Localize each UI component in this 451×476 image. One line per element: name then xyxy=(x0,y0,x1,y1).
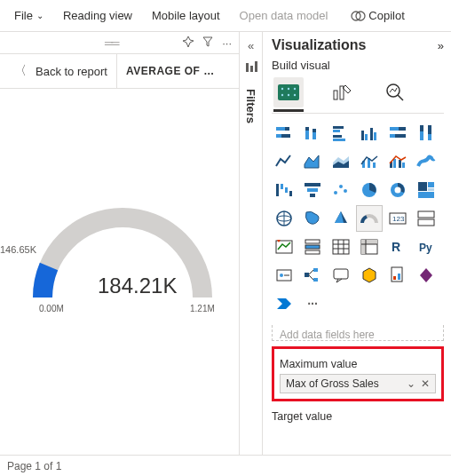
svg-line-93 xyxy=(309,270,313,274)
viz-power-apps[interactable] xyxy=(414,263,439,288)
viz-treemap[interactable] xyxy=(414,178,439,202)
expand-left-icon[interactable]: « xyxy=(248,39,254,52)
svg-text:Py: Py xyxy=(419,242,432,254)
well-label-maximum: Maximum value xyxy=(280,358,436,370)
svg-line-15 xyxy=(398,95,403,100)
svg-point-6 xyxy=(281,88,283,90)
svg-rect-35 xyxy=(395,134,406,138)
chevron-down-icon: ⌄ xyxy=(36,11,44,20)
menu-copilot[interactable]: Copilot xyxy=(342,4,413,28)
viz-python-visual[interactable]: Py xyxy=(414,234,439,259)
chip-max-of-gross-sales[interactable]: Max of Gross Sales ⌄ ✕ xyxy=(280,374,436,393)
svg-rect-4 xyxy=(255,61,257,72)
viz-line[interactable] xyxy=(272,149,297,174)
viz-slicer[interactable] xyxy=(300,234,325,259)
viz-clustered-bar[interactable] xyxy=(328,121,353,146)
svg-rect-29 xyxy=(365,134,368,140)
viz-100-stacked-bar[interactable] xyxy=(385,121,410,146)
viz-azure-map[interactable] xyxy=(328,206,353,231)
svg-point-88 xyxy=(280,274,283,277)
chevron-down-icon[interactable]: ⌄ xyxy=(407,377,415,390)
viz-gauge[interactable] xyxy=(357,206,382,231)
drag-handle-icon[interactable]: ══ xyxy=(105,36,117,50)
tab-build-visual[interactable] xyxy=(273,77,304,107)
viz-stacked-area[interactable] xyxy=(328,149,353,174)
viz-clustered-column[interactable] xyxy=(357,121,382,146)
svg-point-9 xyxy=(281,94,283,96)
svg-rect-61 xyxy=(428,182,434,187)
viz-more-visuals[interactable]: ··· xyxy=(300,291,325,316)
menu-copilot-label: Copilot xyxy=(368,9,404,22)
viz-card[interactable]: 123 xyxy=(385,206,410,231)
gauge-scale-high: 1.21M xyxy=(190,304,215,313)
viz-stacked-column[interactable] xyxy=(300,121,325,146)
viz-100-stacked-column[interactable] xyxy=(414,121,439,146)
report-header: 〈 Back to report AVERAGE OF … xyxy=(0,53,239,89)
filters-rail[interactable]: « Filters xyxy=(240,32,263,455)
back-to-report-button[interactable]: 〈 Back to report xyxy=(0,54,116,88)
svg-point-14 xyxy=(387,84,400,97)
expand-right-icon[interactable]: » xyxy=(438,39,444,52)
svg-rect-92 xyxy=(313,278,318,282)
chevron-left-icon: 〈 xyxy=(14,63,27,79)
viz-map[interactable] xyxy=(272,206,297,231)
svg-rect-26 xyxy=(333,135,342,138)
viz-area[interactable] xyxy=(300,149,325,174)
menu-reading-view[interactable]: Reading view xyxy=(54,4,141,28)
filter-icon[interactable] xyxy=(202,36,213,50)
gauge-visual[interactable]: 146.65K 184.21K 0.00M 1.21M xyxy=(0,89,239,320)
filters-icon[interactable] xyxy=(245,61,257,76)
viz-smart-narrative[interactable] xyxy=(357,263,382,288)
viz-matrix[interactable] xyxy=(357,234,382,259)
viz-qa[interactable] xyxy=(328,263,353,288)
visualizations-title: Visualizations xyxy=(272,37,366,53)
tab-format-visual[interactable] xyxy=(327,77,357,107)
more-options-icon[interactable]: ··· xyxy=(222,36,232,50)
svg-point-11 xyxy=(294,94,296,96)
svg-rect-31 xyxy=(374,132,376,140)
svg-rect-72 xyxy=(305,240,320,243)
svg-point-8 xyxy=(294,88,296,90)
viz-line-stacked-column[interactable] xyxy=(357,149,382,174)
viz-key-influencers[interactable] xyxy=(272,263,297,288)
viz-kpi[interactable] xyxy=(272,234,297,259)
viz-decomposition-tree[interactable] xyxy=(300,263,325,288)
viz-table[interactable] xyxy=(328,234,353,259)
tab-analytics[interactable] xyxy=(380,77,410,107)
svg-rect-44 xyxy=(393,159,396,168)
menu-file[interactable]: File ⌄ xyxy=(5,4,52,28)
viz-pie[interactable] xyxy=(357,178,382,202)
svg-rect-28 xyxy=(361,131,364,140)
viz-donut[interactable] xyxy=(385,178,410,202)
viz-multi-row-card[interactable] xyxy=(414,206,439,231)
svg-text:R: R xyxy=(392,240,400,254)
svg-rect-33 xyxy=(399,127,406,131)
field-well-placeholder[interactable]: Add data fields here xyxy=(272,325,444,341)
chip-label: Max of Gross Sales xyxy=(286,377,379,390)
svg-rect-25 xyxy=(333,130,340,132)
build-visual-label: Build visual xyxy=(272,59,444,72)
viz-filled-map[interactable] xyxy=(300,206,325,231)
viz-paginated-report[interactable] xyxy=(385,263,410,288)
viz-scatter[interactable] xyxy=(328,178,353,202)
viz-funnel[interactable] xyxy=(300,178,325,202)
viz-waterfall[interactable] xyxy=(272,178,297,202)
svg-text:123: 123 xyxy=(392,215,405,223)
svg-rect-97 xyxy=(393,276,396,280)
viz-ribbon[interactable] xyxy=(414,149,439,174)
svg-rect-17 xyxy=(285,127,289,131)
viz-line-clustered-column[interactable] xyxy=(385,149,410,174)
svg-rect-98 xyxy=(398,274,400,280)
viz-stacked-bar[interactable] xyxy=(272,121,297,146)
svg-rect-2 xyxy=(246,63,249,72)
pin-icon[interactable] xyxy=(183,36,194,50)
viz-r-visual[interactable]: R xyxy=(385,234,410,259)
menu-mobile-layout[interactable]: Mobile layout xyxy=(143,4,229,28)
remove-field-icon[interactable]: ✕ xyxy=(421,377,430,390)
svg-rect-22 xyxy=(313,132,316,139)
svg-rect-69 xyxy=(418,211,434,218)
visual-toolbar: ══ ··· xyxy=(0,32,239,53)
viz-power-automate[interactable] xyxy=(272,291,297,316)
menu-open-data-model: Open data model xyxy=(231,4,337,28)
report-pane: ══ ··· 〈 Back to report AVERAGE OF … 146… xyxy=(0,32,240,455)
